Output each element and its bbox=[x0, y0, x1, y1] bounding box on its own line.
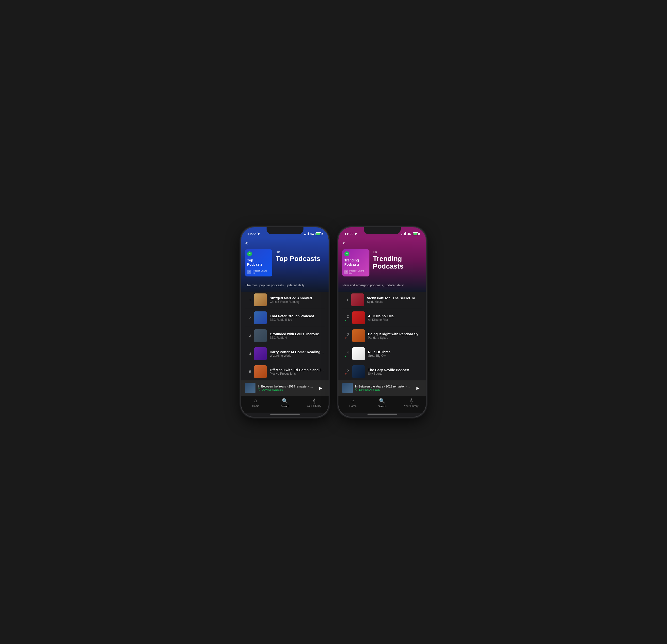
podcast-item-4[interactable]: 4 Harry Potter At Home: Readings... Wiza… bbox=[245, 345, 325, 363]
spotify-logo bbox=[247, 251, 252, 256]
phone-right: 11:22 ➤ 4G bbox=[338, 227, 426, 417]
podcast-art-2 bbox=[254, 311, 267, 324]
phone-left: 11:22 ➤ 4G bbox=[241, 227, 329, 417]
podcast-info-3: Doing It Right with Pandora Sykes Pandor… bbox=[368, 332, 422, 339]
now-playing-title: In Between the Years - 2019 remaster • U… bbox=[258, 385, 314, 388]
screen-content: < TopPodcasts bbox=[241, 238, 329, 380]
hero-description: The most popular podcasts, updated daily… bbox=[241, 280, 329, 291]
podcast-author-2: All Killa no Filla bbox=[368, 318, 422, 322]
podcast-info-2: All Killa no Filla All Killa no Filla bbox=[368, 314, 422, 322]
rank-number-1: 1 bbox=[245, 298, 251, 302]
rank-col-5: 5 ▼ bbox=[342, 368, 349, 375]
tab-item-home[interactable]: ⌂ Home bbox=[345, 398, 360, 407]
podcast-name-4: Rule Of Three bbox=[368, 350, 422, 354]
battery bbox=[413, 232, 420, 235]
now-playing-bar[interactable]: In Between the Years - 2019 remaster • U… bbox=[338, 380, 426, 396]
podcast-item-4[interactable]: 4 ▲ Rule Of Three Great Big Owl bbox=[342, 345, 422, 363]
tab-label-0: Home bbox=[349, 404, 356, 407]
hero-section: TrendingPodcasts ↗ Podcast Charts UK UK … bbox=[338, 247, 426, 280]
podcast-art-4 bbox=[352, 347, 365, 360]
podcast-item-2[interactable]: 2 That Peter Crouch Podcast BBC Radio 5 … bbox=[245, 309, 325, 327]
battery-body bbox=[413, 232, 419, 235]
podcast-item-3[interactable]: 3 ▼ Doing It Right with Pandora Sykes Pa… bbox=[342, 327, 422, 345]
podcast-author-1: Spirit Media bbox=[367, 300, 422, 304]
podcast-item-5[interactable]: 5 Off Menu with Ed Gamble and J... Plosi… bbox=[245, 363, 325, 380]
tab-item-home[interactable]: ⌂ Home bbox=[248, 398, 263, 407]
podcast-item-5[interactable]: 5 ▼ The Gary Neville Podcast Sky Sports bbox=[342, 363, 422, 380]
trend-arrow-5: ▼ bbox=[345, 373, 347, 375]
podcast-info-5: Off Menu with Ed Gamble and J... Plosive… bbox=[270, 368, 325, 375]
podcast-author-4: Great Big Owl bbox=[368, 354, 422, 357]
spotify-logo bbox=[344, 251, 349, 256]
podcast-item-2[interactable]: 2 ▲ All Killa no Filla All Killa no Fill… bbox=[342, 309, 422, 327]
rank-col-2: 2 ▲ bbox=[342, 315, 349, 322]
signal-bars bbox=[304, 232, 309, 235]
podcast-art-2 bbox=[352, 311, 365, 324]
podcast-name-3: Doing It Right with Pandora Sykes bbox=[368, 332, 422, 336]
hero-art-arrow: ↗ bbox=[344, 270, 348, 274]
home-indicator bbox=[270, 414, 300, 415]
signal-bar-3 bbox=[307, 233, 307, 235]
tab-label-1: Search bbox=[378, 405, 386, 408]
now-playing-title: In Between the Years - 2019 remaster • U… bbox=[355, 385, 411, 388]
podcast-info-1: Vicky Pattison: The Secret To Spirit Med… bbox=[367, 296, 422, 304]
status-icons: 4G bbox=[304, 232, 323, 236]
home-indicator bbox=[368, 414, 397, 415]
podcast-name-5: Off Menu with Ed Gamble and J... bbox=[270, 368, 325, 372]
podcast-art-5 bbox=[352, 365, 365, 378]
back-button[interactable]: < bbox=[338, 238, 426, 247]
podcast-author-1: Chris & Rosie Ramsey bbox=[270, 300, 325, 304]
podcast-list: 1 Sh**ged Married Annoyed Chris & Rosie … bbox=[241, 291, 329, 380]
podcast-art-4 bbox=[254, 347, 267, 360]
tab-icon-0: ⌂ bbox=[254, 398, 257, 403]
podcast-name-4: Harry Potter At Home: Readings... bbox=[270, 350, 325, 354]
podcast-name-3: Grounded with Louis Theroux bbox=[270, 332, 325, 336]
svg-rect-1 bbox=[258, 389, 260, 390]
trend-arrow-4: ▲ bbox=[345, 355, 347, 357]
trend-arrow-3: ▼ bbox=[345, 337, 347, 339]
podcast-name-1: Sh**ged Married Annoyed bbox=[270, 296, 325, 300]
tab-item-your-library[interactable]: 𝄞 Your Library bbox=[307, 398, 322, 407]
tab-item-search[interactable]: 🔍 Search bbox=[277, 398, 292, 408]
hero-section: TopPodcasts ↗ Podcast Charts UK UK Top P… bbox=[241, 247, 329, 280]
podcast-item-1[interactable]: 1 Sh**ged Married Annoyed Chris & Rosie … bbox=[245, 291, 325, 309]
battery-fill bbox=[316, 233, 320, 235]
rank-number-4: 4 bbox=[343, 350, 349, 354]
battery-body bbox=[315, 232, 322, 235]
svg-rect-5 bbox=[356, 390, 357, 391]
tab-item-your-library[interactable]: 𝄞 Your Library bbox=[404, 398, 419, 407]
podcast-item-3[interactable]: 3 Grounded with Louis Theroux BBC Radio … bbox=[245, 327, 325, 345]
content-scroll[interactable]: < TopPodcasts bbox=[241, 238, 329, 380]
podcast-info-1: Sh**ged Married Annoyed Chris & Rosie Ra… bbox=[270, 296, 325, 304]
tab-item-search[interactable]: 🔍 Search bbox=[375, 398, 389, 408]
content-scroll[interactable]: < TrendingPodcasts bbox=[338, 238, 426, 380]
now-playing-info: In Between the Years - 2019 remaster • U… bbox=[258, 385, 314, 391]
hero-info: UK TrendingPodcasts bbox=[373, 249, 422, 270]
phone-screen: 11:22 ➤ 4G bbox=[241, 227, 329, 417]
battery-tip bbox=[419, 233, 420, 235]
tab-icon-1: 🔍 bbox=[282, 398, 288, 404]
podcast-author-3: BBC Radio 4 bbox=[270, 336, 325, 339]
signal-bar-3 bbox=[404, 233, 405, 235]
hero-title: Top Podcasts bbox=[276, 255, 325, 263]
now-playing-art bbox=[342, 383, 353, 393]
tab-bar: ⌂ Home 🔍 Search 𝄞 Your Library bbox=[338, 396, 426, 413]
tab-icon-2: 𝄞 bbox=[313, 398, 315, 403]
podcast-art-1 bbox=[254, 293, 267, 306]
rank-number-4: 4 bbox=[245, 352, 251, 356]
podcast-info-5: The Gary Neville Podcast Sky Sports bbox=[368, 368, 422, 375]
rank-number-2: 2 bbox=[245, 316, 251, 320]
now-playing-bar[interactable]: In Between the Years - 2019 remaster • U… bbox=[241, 380, 329, 396]
play-button[interactable]: ▶ bbox=[414, 384, 422, 392]
now-playing-art bbox=[245, 383, 256, 393]
back-button[interactable]: < bbox=[241, 238, 329, 247]
play-button[interactable]: ▶ bbox=[317, 384, 325, 392]
phones-container: 11:22 ➤ 4G bbox=[241, 227, 426, 417]
podcast-name-5: The Gary Neville Podcast bbox=[368, 368, 422, 372]
podcast-name-2: All Killa no Filla bbox=[368, 314, 422, 318]
podcast-name-2: That Peter Crouch Podcast bbox=[270, 314, 325, 318]
hero-info: UK Top Podcasts bbox=[276, 249, 325, 263]
status-signal: 4G bbox=[310, 232, 314, 236]
status-time: 11:22 ➤ bbox=[344, 232, 357, 236]
podcast-item-1[interactable]: 1 Vicky Pattison: The Secret To Spirit M… bbox=[342, 291, 422, 309]
